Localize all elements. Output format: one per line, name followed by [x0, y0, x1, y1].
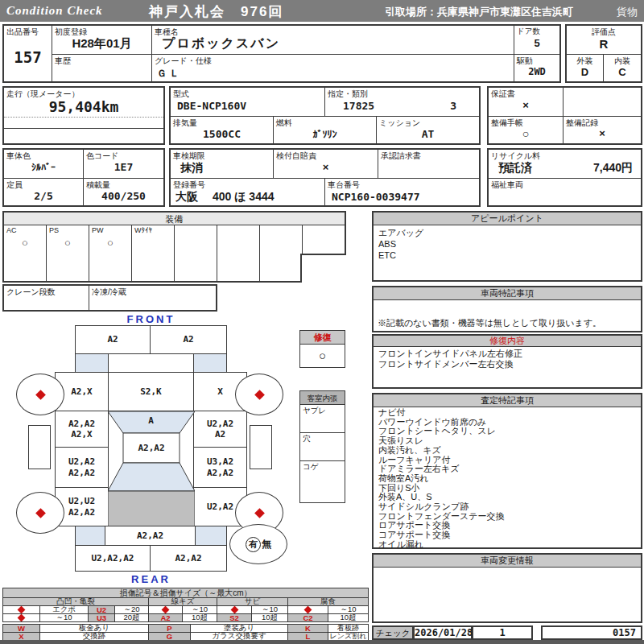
- damage-diamond-icon: [35, 390, 46, 400]
- spec-box: 型式 DBE-NCP160V 指定・類別 17825 3 排気量 1500CC …: [169, 86, 481, 145]
- cabin-row-hole: 穴: [300, 433, 345, 461]
- equipment-cell-empty: [260, 225, 303, 254]
- registration-number-value: 大阪 400 ほ 3444: [175, 190, 275, 204]
- vehicle-notes-title: 車両特記事項: [374, 287, 641, 300]
- legend-code-a2: A2: [148, 613, 183, 622]
- repair-flag-box: 修復 ○: [299, 330, 345, 368]
- legend-dent-name2: ～10: [39, 613, 89, 622]
- assessment-notes-title: 査定特記事項: [374, 394, 641, 407]
- appeal-item: ETC: [378, 250, 636, 261]
- load-capacity-value: 400/250: [84, 190, 163, 202]
- damage-diamond-icon: [230, 606, 238, 614]
- doors-label: ドア数: [517, 27, 540, 37]
- transmission-label: ミッション: [379, 118, 420, 129]
- equipment-wtire-label: Wﾀｲﾔ: [134, 226, 152, 234]
- reefer-cell: 冷凍/冷蔵: [89, 286, 216, 310]
- assessment-notes-list: ナビ付 パワーウインドウ前席のみ フロントシートヘタリ、スレ 天張りスレ 内装汚…: [374, 407, 641, 551]
- grade-cell: グレード・仕様 Ｇ Ｌ: [152, 55, 514, 81]
- equipment-cell-ac: AC ○: [4, 225, 47, 254]
- equipment-pw-label: PW: [92, 226, 104, 234]
- wheel-front-right: [235, 374, 283, 415]
- repair-detail-title: 修復内容: [374, 336, 641, 347]
- equipment-ac-label: AC: [6, 226, 17, 234]
- color-code-value: 1E7: [84, 161, 163, 173]
- chassis-number-cell: 車台番号 NCP160-0039477: [325, 179, 479, 205]
- class-value-1: 17825: [343, 100, 374, 112]
- load-capacity-cell: 積載量 400/250: [84, 179, 163, 205]
- documents-box: 保証書 × 整備手帳 ○ 整備記録 ×: [487, 86, 642, 145]
- first-registration-cell: 初度登録 H28年01月: [52, 26, 152, 55]
- drive-value: 2WD: [514, 66, 559, 77]
- transmission-cell: ミッション AT: [377, 117, 479, 143]
- equipment-cell-empty: [175, 225, 217, 254]
- rear-window-shape: [108, 463, 195, 491]
- wheel-rear-left: [16, 492, 64, 534]
- score-cell: 評価点 R: [567, 26, 641, 55]
- load-capacity-label: 積載量: [86, 180, 110, 191]
- equipment-cell-empty: [89, 254, 132, 281]
- assessment-notes-panel: 査定特記事項 ナビ付 パワーウインドウ前席のみ フロントシートヘタリ、スレ 天張…: [372, 393, 642, 549]
- drive-label: 駆動: [517, 56, 533, 67]
- legend-code-s2: S2: [217, 613, 252, 622]
- maintenance-record-mark: ×: [564, 127, 641, 139]
- warranty-mark: ×: [489, 99, 563, 111]
- wheel-front-left: [16, 374, 64, 415]
- damage-diamond-icon: [18, 606, 26, 614]
- color-code-cell: 色コード 1E7: [84, 150, 163, 179]
- score-value: R: [567, 37, 641, 51]
- maintenance-record-cell: 整備記録 ×: [564, 117, 641, 143]
- check-count-cell: 1: [472, 625, 533, 640]
- panel-door-front-left: A2,A2 A2,X: [55, 411, 109, 448]
- panel-rear-corner-left: [75, 526, 105, 546]
- displacement-cell: 排気量 1500CC: [171, 117, 274, 143]
- repair-detail-line: フロントインサイドパネル左右修正: [378, 349, 636, 359]
- drive-cell: 駆動 2WD: [514, 55, 559, 81]
- assessment-item: サイドシルクランプ跡: [378, 502, 636, 512]
- welfare-label: 福祉車両: [491, 180, 523, 191]
- crane-label: クレーン段数: [6, 287, 56, 298]
- assessment-item: オイル漏れ: [378, 540, 636, 550]
- damage-diamond-icon: [254, 508, 265, 518]
- appeal-item: ABS: [378, 238, 636, 250]
- lot-number-label: 出品番号: [6, 27, 39, 38]
- spare-yes-circled: 有: [246, 537, 261, 552]
- panel-rear-corner-right: [195, 526, 227, 546]
- damage-diamond-icon: [2, 613, 40, 622]
- class-label: 指定・類別: [328, 89, 368, 100]
- history-cell: 車歴: [52, 55, 152, 81]
- fuel-label: 燃料: [276, 118, 292, 129]
- appeal-item: エアバッグ: [378, 227, 636, 238]
- maintenance-book-mark: ○: [489, 127, 563, 140]
- recycle-box: リサイクル料 預託済 7,440円 福祉車両: [487, 148, 642, 207]
- body-color-value: ｼﾙﾊﾞｰ: [4, 162, 83, 173]
- panel-tailgate: A2,A2: [105, 526, 196, 546]
- appeal-points-title: アピールポイント: [374, 213, 641, 225]
- repair-detail-line: フロントサイドメンバー左右交換: [378, 359, 636, 369]
- class-cell: 指定・類別 17825 3: [325, 88, 479, 117]
- class-value-2: 3: [450, 100, 456, 112]
- recycle-fee-cell: リサイクル料 預託済 7,440円: [489, 150, 641, 179]
- exterior-grade-value: D: [567, 66, 603, 78]
- interior-grade-label: 内装: [604, 56, 641, 67]
- approval-cell: 承認請求書: [378, 150, 479, 179]
- equipment-ps-label: PS: [49, 226, 59, 234]
- insurance-cell: 検付自賠責 ×: [274, 150, 378, 179]
- panel-door-rear-right: U3,A2 A2,A2: [193, 447, 247, 488]
- repair-flag-mark: ○: [300, 345, 345, 367]
- fuel-cell: 燃料 ｶﾞｿﾘﾝ: [274, 117, 377, 143]
- vehicle-notes-panel: 車両特記事項 ※記載のない書類・機器等は無しとして取り扱います。: [372, 286, 642, 332]
- header-bar: Condition Check 神戸入札会 976回 引取場所：兵庫県神戸市東灘…: [0, 0, 644, 22]
- exterior-grade-label: 外装: [567, 56, 603, 67]
- check-label-cell: チェック: [372, 625, 414, 640]
- inspection-value: 抹消: [180, 161, 203, 175]
- mileage-value: 95,404km: [4, 98, 163, 115]
- equipment-title: 装備: [4, 213, 345, 225]
- legend-dent-size2: 20超: [114, 613, 149, 622]
- warranty-cell: 保証書 ×: [489, 88, 564, 117]
- warranty-label: 保証書: [491, 89, 515, 100]
- model-name-value: プロボックスバン: [162, 35, 280, 52]
- cabin-row-tear: ヤブレ: [300, 405, 345, 433]
- damage-diamond-icon: [35, 508, 46, 518]
- chassis-number-value: NCP160-0039477: [332, 191, 420, 203]
- maintenance-book-cell: 整備手帳 ○: [489, 117, 564, 143]
